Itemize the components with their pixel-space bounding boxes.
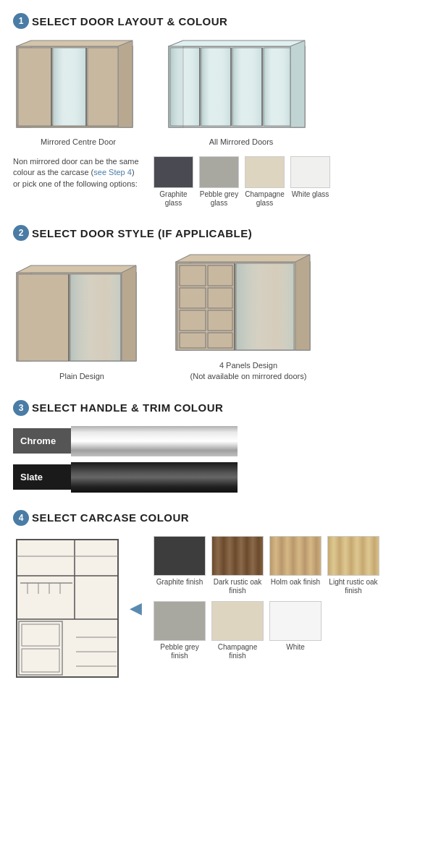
see-step4-link[interactable]: see Step 4 bbox=[93, 168, 132, 176]
swatch-dark-rustic-oak-label: Dark rustic oak finish bbox=[211, 578, 264, 595]
svg-rect-38 bbox=[208, 288, 232, 308]
svg-rect-5 bbox=[18, 48, 51, 126]
svg-rect-17 bbox=[232, 48, 262, 126]
step3-circle: 3 bbox=[13, 400, 29, 416]
swatch-pebble-grey-finish-label: Pebble grey finish bbox=[154, 643, 206, 660]
swatch-light-rustic-oak-box bbox=[327, 536, 379, 576]
handle-slate[interactable]: Slate bbox=[13, 462, 428, 493]
wardrobe-interior-svg bbox=[13, 536, 125, 681]
step1-title: SELECT DOOR LAYOUT & COLOUR bbox=[32, 15, 227, 27]
svg-rect-45 bbox=[17, 540, 118, 677]
swatch-pebble-grey-glass-label: Pebble grey glass bbox=[199, 190, 239, 208]
colour-info-text: Non mirrored door can be the same colour… bbox=[13, 156, 143, 190]
wardrobe-interior-wrap: ◀ bbox=[13, 536, 142, 681]
svg-marker-2 bbox=[17, 41, 133, 46]
door-option-all-mirrored[interactable]: All Mirrored Doors bbox=[165, 39, 317, 146]
svg-rect-15 bbox=[170, 48, 200, 126]
swatch-white-glass[interactable]: White glass bbox=[290, 156, 330, 199]
swatch-graphite-glass-label: Graphite glass bbox=[154, 190, 193, 208]
carcase-row-2: Pebble grey finish Champagne finish Whit… bbox=[154, 601, 379, 660]
svg-rect-8 bbox=[88, 48, 118, 126]
step1-circle: 1 bbox=[13, 13, 29, 29]
4panels-design-svg bbox=[172, 251, 324, 356]
step1-header: 1 SELECT DOOR LAYOUT & COLOUR bbox=[13, 13, 428, 29]
swatch-graphite-finish-label: Graphite finish bbox=[156, 578, 203, 587]
svg-marker-24 bbox=[17, 265, 136, 273]
swatch-pebble-grey-glass[interactable]: Pebble grey glass bbox=[199, 156, 239, 208]
swatch-holm-oak[interactable]: Holm oak finish bbox=[269, 536, 322, 595]
step4-title: SELECT CARCASE COLOUR bbox=[32, 511, 189, 524]
swatch-dark-rustic-oak[interactable]: Dark rustic oak finish bbox=[211, 536, 264, 595]
step3-title: SELECT HANDLE & TRIM COLOUR bbox=[32, 401, 223, 414]
door-style-4panels[interactable]: 4 Panels Design (Not available on mirror… bbox=[172, 251, 324, 383]
step4-section: 4 SELECT CARCASE COLOUR bbox=[13, 510, 428, 681]
door-style-plain[interactable]: Plain Design bbox=[13, 262, 151, 382]
carcase-colours: Graphite finish Dark rustic oak finish H… bbox=[154, 536, 379, 660]
svg-rect-7 bbox=[54, 48, 85, 125]
swatch-pebble-grey-finish-box bbox=[154, 601, 206, 641]
svg-rect-36 bbox=[208, 265, 232, 286]
step4-content: ◀ Graphite finish Dark rustic oak finish bbox=[13, 536, 428, 681]
swatch-champagne-finish[interactable]: Champagne finish bbox=[211, 601, 264, 660]
handle-chrome[interactable]: Chrome bbox=[13, 426, 428, 456]
handle-chrome-label: Chrome bbox=[13, 428, 71, 454]
plain-design-label: Plain Design bbox=[59, 371, 104, 382]
svg-marker-13 bbox=[169, 41, 305, 46]
handle-slate-swatch bbox=[71, 462, 238, 493]
swatch-champagne-finish-label: Champagne finish bbox=[211, 643, 264, 660]
door-option-all-mirrored-label: All Mirrored Doors bbox=[209, 137, 274, 146]
swatch-graphite-finish[interactable]: Graphite finish bbox=[154, 536, 206, 595]
swatch-champagne-glass-label: Champagne glass bbox=[245, 190, 285, 208]
door-option-mirrored-centre[interactable]: Mirrored Centre Door bbox=[13, 39, 143, 146]
svg-rect-40 bbox=[208, 310, 232, 331]
swatch-champagne-glass[interactable]: Champagne glass bbox=[245, 156, 285, 208]
swatch-dark-rustic-oak-box bbox=[211, 536, 264, 576]
swatch-pebble-grey-finish[interactable]: Pebble grey finish bbox=[154, 601, 206, 660]
swatch-graphite-glass-box bbox=[154, 156, 193, 188]
wardrobe-3door-svg bbox=[13, 39, 143, 133]
step3-header: 3 SELECT HANDLE & TRIM COLOUR bbox=[13, 400, 428, 416]
swatch-white-finish[interactable]: White bbox=[269, 601, 322, 660]
svg-rect-39 bbox=[180, 310, 206, 331]
slate-gradient bbox=[71, 462, 238, 493]
chrome-gradient bbox=[71, 426, 238, 456]
swatch-pebble-grey-glass-box bbox=[199, 156, 239, 188]
door-style-row: Plain Design bbox=[13, 251, 428, 383]
svg-marker-3 bbox=[118, 41, 133, 127]
svg-marker-32 bbox=[176, 255, 310, 262]
svg-rect-27 bbox=[70, 274, 121, 361]
step2-header: 2 SELECT DOOR STYLE (IF APPLICABLE) bbox=[13, 225, 428, 241]
step2-circle: 2 bbox=[13, 225, 29, 241]
svg-rect-42 bbox=[208, 333, 232, 348]
colour-info-row: Non mirrored door can be the same colour… bbox=[13, 156, 428, 208]
handle-chrome-swatch bbox=[71, 426, 238, 456]
swatch-light-rustic-oak[interactable]: Light rustic oak finish bbox=[327, 536, 379, 595]
svg-rect-18 bbox=[264, 48, 290, 126]
svg-rect-26 bbox=[18, 274, 69, 361]
swatch-white-finish-label: White bbox=[286, 643, 305, 652]
swatch-champagne-finish-box bbox=[211, 601, 264, 641]
swatch-graphite-glass[interactable]: Graphite glass bbox=[154, 156, 193, 208]
swatch-graphite-finish-box bbox=[154, 536, 206, 576]
4panels-design-label: 4 Panels Design (Not available on mirror… bbox=[190, 360, 307, 383]
carcase-row-1: Graphite finish Dark rustic oak finish H… bbox=[154, 536, 379, 595]
swatch-light-rustic-oak-label: Light rustic oak finish bbox=[327, 578, 379, 595]
svg-rect-35 bbox=[180, 265, 206, 286]
page: 1 SELECT DOOR LAYOUT & COLOUR bbox=[0, 0, 441, 694]
plain-design-svg bbox=[13, 262, 151, 367]
swatch-holm-oak-label: Holm oak finish bbox=[271, 578, 320, 587]
swatch-white-finish-box bbox=[269, 601, 322, 641]
door-layout-row: Mirrored Centre Door bbox=[13, 39, 428, 146]
step4-circle: 4 bbox=[13, 510, 29, 526]
step4-header: 4 SELECT CARCASE COLOUR bbox=[13, 510, 428, 526]
svg-marker-33 bbox=[295, 255, 310, 350]
colour-swatches: Graphite glass Pebble grey glass Champag… bbox=[154, 156, 330, 208]
svg-rect-43 bbox=[236, 263, 294, 350]
step3-section: 3 SELECT HANDLE & TRIM COLOUR Chrome Sla… bbox=[13, 400, 428, 493]
arrow-icon: ◀ bbox=[130, 599, 142, 618]
svg-rect-16 bbox=[201, 48, 231, 126]
svg-rect-37 bbox=[180, 288, 206, 308]
wardrobe-4door-svg bbox=[165, 39, 317, 133]
svg-marker-14 bbox=[290, 41, 305, 127]
step1-section: 1 SELECT DOOR LAYOUT & COLOUR bbox=[13, 13, 428, 208]
